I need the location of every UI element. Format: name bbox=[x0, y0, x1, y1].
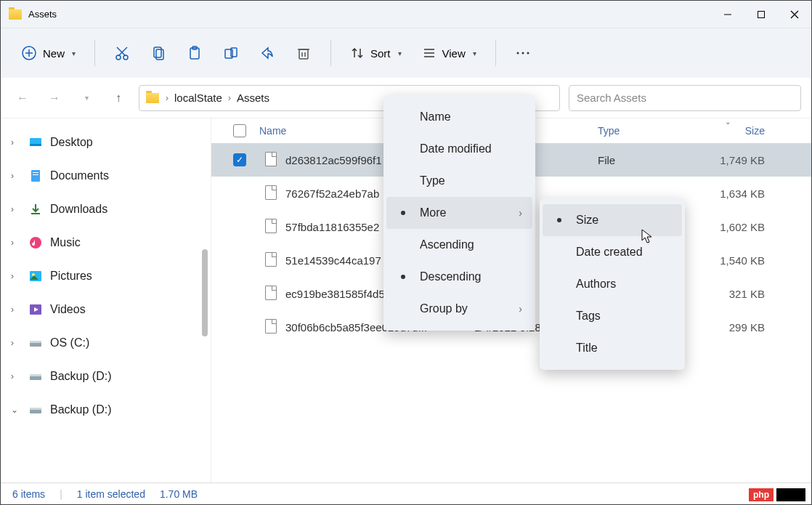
expand-icon[interactable]: › bbox=[11, 371, 21, 381]
menu-item[interactable]: Ascending bbox=[386, 229, 532, 261]
menu-item[interactable]: Date created bbox=[543, 236, 682, 268]
bullet-icon bbox=[401, 275, 405, 279]
file-name: 51e14539c44ca197 bbox=[285, 254, 381, 267]
sidebar-item[interactable]: › Desktop bbox=[1, 126, 211, 159]
column-size[interactable]: ⌄ Size bbox=[692, 125, 765, 137]
up-button[interactable]: ↑ bbox=[107, 86, 130, 110]
documents-icon bbox=[28, 169, 43, 183]
menu-item[interactable]: Title bbox=[543, 332, 682, 364]
sidebar-item[interactable]: › Music bbox=[1, 226, 211, 259]
breadcrumb-part[interactable]: localState bbox=[174, 92, 222, 104]
menu-item-label: Group by bbox=[420, 302, 468, 315]
menu-item[interactable]: Type bbox=[386, 165, 532, 197]
more-button[interactable] bbox=[508, 47, 538, 60]
cut-button[interactable] bbox=[107, 41, 137, 65]
bullet-icon bbox=[401, 211, 405, 215]
menu-item-label: Date modified bbox=[420, 142, 492, 155]
search-input[interactable]: Search Assets bbox=[569, 85, 801, 111]
expand-icon[interactable]: › bbox=[11, 304, 21, 315]
sidebar-item-label: Downloads bbox=[50, 203, 107, 216]
new-button[interactable]: New ▾ bbox=[14, 41, 83, 65]
folder-icon bbox=[8, 7, 23, 22]
menu-item[interactable]: Authors bbox=[543, 268, 682, 300]
row-checkbox[interactable]: ✓ bbox=[233, 153, 246, 166]
forward-button[interactable]: → bbox=[43, 86, 66, 110]
svg-point-26 bbox=[527, 52, 529, 54]
svg-rect-1 bbox=[758, 11, 765, 17]
expand-icon[interactable]: › bbox=[11, 338, 21, 348]
sort-indicator-icon: ⌄ bbox=[725, 118, 731, 126]
svg-line-9 bbox=[117, 47, 126, 56]
chevron-right-icon: › bbox=[519, 207, 522, 219]
chevron-right-icon: › bbox=[519, 303, 522, 315]
back-button[interactable]: ← bbox=[11, 86, 34, 110]
select-all-checkbox[interactable] bbox=[233, 124, 246, 137]
file-icon bbox=[265, 319, 278, 335]
copy-button[interactable] bbox=[143, 41, 174, 65]
sidebar-item[interactable]: › Backup (D:) bbox=[1, 360, 211, 393]
svg-point-24 bbox=[516, 52, 519, 54]
column-type[interactable]: Type bbox=[598, 125, 692, 137]
sidebar-item[interactable]: › Downloads bbox=[1, 193, 211, 226]
sidebar-item[interactable]: › OS (C:) bbox=[1, 326, 211, 360]
expand-icon[interactable]: › bbox=[11, 271, 21, 281]
menu-item[interactable]: Group by › bbox=[386, 293, 532, 325]
rename-button[interactable] bbox=[216, 41, 246, 65]
sidebar-item[interactable]: › Videos bbox=[1, 293, 211, 326]
expand-icon[interactable]: › bbox=[11, 137, 21, 148]
menu-item[interactable]: Tags bbox=[543, 300, 682, 332]
menu-item[interactable]: Descending bbox=[386, 261, 532, 293]
sidebar-item[interactable]: › Documents bbox=[1, 159, 211, 193]
file-type: File bbox=[598, 154, 692, 166]
svg-rect-31 bbox=[33, 174, 38, 175]
sort-button[interactable]: Sort ▾ bbox=[343, 41, 409, 65]
chevron-right-icon: › bbox=[225, 93, 234, 103]
svg-rect-11 bbox=[154, 47, 161, 57]
menu-item-label: Date created bbox=[576, 246, 643, 259]
svg-point-33 bbox=[30, 237, 41, 249]
sidebar-item-label: Music bbox=[50, 236, 81, 249]
expand-icon[interactable]: ⌄ bbox=[11, 405, 21, 415]
drive-icon bbox=[28, 403, 43, 417]
music-icon bbox=[28, 235, 43, 250]
file-size: 1,749 KB bbox=[692, 154, 765, 166]
scrollbar[interactable] bbox=[202, 249, 208, 336]
view-button[interactable]: View ▾ bbox=[415, 41, 484, 65]
file-icon bbox=[265, 286, 278, 302]
divider bbox=[94, 40, 95, 66]
menu-item-label: Type bbox=[420, 174, 445, 187]
sidebar-item-label: Desktop bbox=[50, 136, 93, 149]
file-name: d263812ac599f96f1 bbox=[285, 154, 382, 166]
menu-item[interactable]: More › bbox=[386, 197, 532, 229]
expand-icon[interactable]: › bbox=[11, 238, 21, 248]
sidebar-item[interactable]: › Pictures bbox=[1, 259, 211, 293]
downloads-icon bbox=[28, 202, 43, 217]
breadcrumb-part[interactable]: Assets bbox=[237, 92, 269, 104]
recent-button[interactable]: ▾ bbox=[75, 86, 98, 110]
file-size: 1,634 KB bbox=[692, 187, 765, 200]
videos-icon bbox=[28, 302, 43, 317]
maximize-button[interactable] bbox=[744, 1, 778, 28]
close-button[interactable] bbox=[778, 1, 811, 28]
menu-item[interactable]: Size bbox=[543, 204, 682, 236]
menu-item[interactable]: Name bbox=[386, 101, 532, 133]
chevron-down-icon: ▾ bbox=[72, 49, 76, 57]
paste-button[interactable] bbox=[179, 41, 210, 65]
chevron-right-icon: › bbox=[163, 93, 171, 103]
expand-icon[interactable]: › bbox=[11, 171, 21, 181]
sidebar-item[interactable]: ⌄ Backup (D:) bbox=[1, 393, 211, 427]
expand-icon[interactable]: › bbox=[11, 204, 21, 214]
sidebar: › Desktop› Documents› Downloads› Music› … bbox=[1, 118, 211, 482]
menu-item-label: Title bbox=[576, 342, 598, 355]
svg-line-10 bbox=[118, 47, 127, 56]
menu-item[interactable]: Date modified bbox=[386, 133, 532, 165]
file-icon bbox=[265, 219, 278, 235]
sidebar-item-label: Backup (D:) bbox=[50, 370, 111, 383]
delete-button[interactable] bbox=[288, 41, 319, 65]
titlebar: Assets bbox=[1, 1, 811, 28]
share-button[interactable] bbox=[252, 41, 283, 65]
statusbar: 6 items | 1 item selected 1.70 MB bbox=[1, 482, 811, 504]
drive-icon bbox=[28, 336, 43, 350]
minimize-button[interactable] bbox=[711, 1, 744, 28]
menu-item-label: More bbox=[420, 206, 446, 219]
